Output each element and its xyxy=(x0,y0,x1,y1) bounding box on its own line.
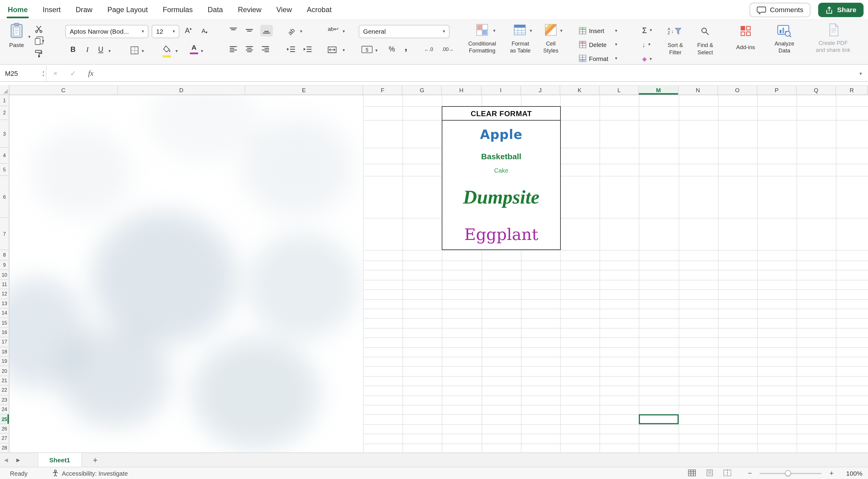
chevron-down-icon[interactable]: ▾ xyxy=(201,49,203,54)
increase-indent-button[interactable] xyxy=(303,46,311,53)
row-header-12[interactable]: 12 xyxy=(0,289,9,299)
fill-button[interactable]: ↓ ▾ xyxy=(642,41,650,49)
row-header-21[interactable]: 21 xyxy=(0,376,9,385)
italic-button[interactable]: I xyxy=(83,45,92,54)
accounting-format-button[interactable]: $ xyxy=(362,46,373,53)
formula-bar-expand-icon[interactable]: ▾ xyxy=(854,70,868,76)
number-format-select[interactable]: General ▾ xyxy=(359,25,450,38)
copy-button[interactable]: ▾ xyxy=(35,37,44,46)
row-header-17[interactable]: 17 xyxy=(0,338,9,347)
row-header-15[interactable]: 15 xyxy=(0,318,9,328)
zoom-slider[interactable] xyxy=(760,473,822,474)
column-header-D[interactable]: D xyxy=(118,86,245,95)
comments-button[interactable]: Comments xyxy=(749,3,810,17)
create-pdf-button[interactable] xyxy=(828,23,839,39)
conditional-formatting-button[interactable] xyxy=(476,24,488,38)
formula-input[interactable] xyxy=(100,65,854,81)
chevron-down-icon[interactable]: ▾ xyxy=(530,29,532,33)
find-select-button[interactable] xyxy=(701,27,709,38)
align-bottom-button[interactable] xyxy=(260,25,273,36)
zoom-slider-knob[interactable] xyxy=(785,470,791,476)
chevron-down-icon[interactable]: ▾ xyxy=(176,49,178,54)
row-header-26[interactable]: 26 xyxy=(0,424,9,434)
cell-text-cake[interactable]: Cake xyxy=(442,164,560,177)
chevron-down-icon[interactable]: ▾ xyxy=(493,29,495,33)
menu-tab-home[interactable]: Home xyxy=(8,0,28,20)
share-button[interactable]: Share xyxy=(818,3,863,17)
row-header-11[interactable]: 11 xyxy=(0,280,9,289)
align-left-button[interactable] xyxy=(230,46,237,53)
align-right-button[interactable] xyxy=(262,46,269,53)
row-header-20[interactable]: 20 xyxy=(0,367,9,376)
menu-tab-data[interactable]: Data xyxy=(208,0,223,20)
accessibility-status[interactable]: Accessibility: Investigate xyxy=(52,470,128,477)
decrease-decimal-button[interactable]: .00→ xyxy=(442,46,454,52)
chevron-down-icon[interactable]: ▾ xyxy=(28,35,30,39)
page-break-view-button[interactable] xyxy=(723,469,732,477)
row-header-5[interactable]: 5 xyxy=(0,164,9,176)
normal-view-button[interactable] xyxy=(688,469,696,477)
align-middle-button[interactable] xyxy=(246,27,253,34)
column-header-F[interactable]: F xyxy=(363,86,403,95)
chevron-down-icon[interactable]: ▾ xyxy=(375,48,377,53)
menu-tab-draw[interactable]: Draw xyxy=(75,0,92,20)
column-header-O[interactable]: O xyxy=(718,86,757,95)
decrease-indent-button[interactable] xyxy=(287,46,295,53)
insert-cells-button[interactable]: Insert ▾ xyxy=(579,27,617,34)
increase-decimal-button[interactable]: ←.0 xyxy=(424,46,433,52)
column-header-G[interactable]: G xyxy=(403,86,442,95)
column-header-Q[interactable]: Q xyxy=(797,86,836,95)
chevron-down-icon[interactable]: ▾ xyxy=(108,49,111,54)
selected-cell[interactable] xyxy=(639,414,679,424)
zoom-level[interactable]: 100% xyxy=(841,470,862,477)
cell-text-apple[interactable]: Apple xyxy=(442,121,560,148)
column-header-M[interactable]: M xyxy=(639,86,679,95)
orientation-button[interactable]: ab xyxy=(288,26,294,36)
row-header-6[interactable]: 6 xyxy=(0,176,9,218)
row-header-8[interactable]: 8 xyxy=(0,250,9,261)
menu-tab-insert[interactable]: Insert xyxy=(43,0,61,20)
menu-tab-review[interactable]: Review xyxy=(238,0,261,20)
align-center-button[interactable] xyxy=(246,46,253,53)
enter-button[interactable]: ✓ xyxy=(64,69,82,77)
row-header-13[interactable]: 13 xyxy=(0,299,9,309)
row-header-27[interactable]: 27 xyxy=(0,434,9,444)
column-header-C[interactable]: C xyxy=(9,86,118,95)
chevron-down-icon[interactable]: ▾ xyxy=(343,48,345,53)
delete-cells-button[interactable]: Delete ▾ xyxy=(579,41,617,48)
column-header-K[interactable]: K xyxy=(560,86,600,95)
menu-tab-acrobat[interactable]: Acrobat xyxy=(307,0,332,20)
decrease-font-size-button[interactable]: A▾ xyxy=(202,27,208,35)
increase-font-size-button[interactable]: A▴ xyxy=(185,27,192,35)
cell-text-dumpsite[interactable]: Dumpsite xyxy=(442,177,560,219)
autosum-button[interactable]: Σ ▾ xyxy=(642,26,652,35)
row-header-2[interactable]: 2 xyxy=(0,106,9,120)
chevron-down-icon[interactable]: ▾ xyxy=(560,29,562,33)
row-header-3[interactable]: 3 xyxy=(0,120,9,148)
column-header-N[interactable]: N xyxy=(679,86,718,95)
name-box-spinner[interactable]: ▴ ▾ xyxy=(42,69,44,77)
percent-style-button[interactable]: % xyxy=(389,45,395,53)
row-header-19[interactable]: 19 xyxy=(0,357,9,367)
row-header-22[interactable]: 22 xyxy=(0,385,9,395)
cell-text-basketball[interactable]: Basketball xyxy=(442,148,560,164)
row-header-28[interactable]: 28 xyxy=(0,444,9,453)
add-ins-button[interactable] xyxy=(740,25,752,39)
zoom-in-button[interactable]: + xyxy=(830,469,834,477)
cut-button[interactable] xyxy=(35,25,44,34)
format-painter-button[interactable] xyxy=(35,49,44,58)
sort-filter-button[interactable]: AZ ↓ xyxy=(668,27,681,35)
cell-styles-button[interactable] xyxy=(545,24,557,38)
row-header-9[interactable]: 9 xyxy=(0,261,9,270)
column-header-J[interactable]: J xyxy=(521,86,560,95)
row-header-4[interactable]: 4 xyxy=(0,148,9,164)
fill-color-button[interactable] xyxy=(163,45,172,57)
row-header-10[interactable]: 10 xyxy=(0,270,9,280)
menu-tab-view[interactable]: View xyxy=(276,0,292,20)
cell-text-eggplant[interactable]: Eggplant xyxy=(442,218,560,250)
zoom-out-button[interactable]: − xyxy=(748,469,752,477)
row-header-23[interactable]: 23 xyxy=(0,395,9,405)
menu-tab-formulas[interactable]: Formulas xyxy=(163,0,193,20)
merge-center-button[interactable] xyxy=(328,45,336,56)
select-all-corner[interactable] xyxy=(0,85,9,95)
